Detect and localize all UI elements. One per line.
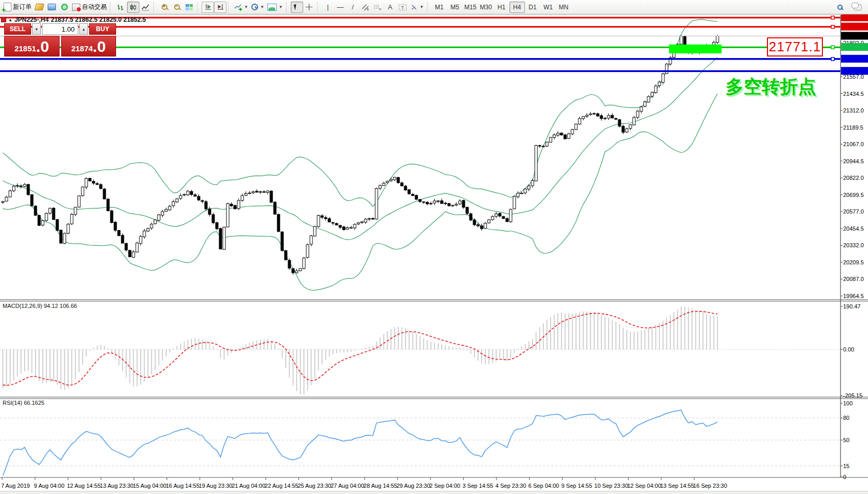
svg-text:28 Aug 14:55: 28 Aug 14:55 bbox=[364, 483, 397, 489]
crosshair-tool-button[interactable] bbox=[303, 2, 316, 13]
svg-text:80: 80 bbox=[843, 415, 849, 421]
chart-shift-button[interactable] bbox=[214, 2, 226, 13]
svg-text:12 Sep 04:00: 12 Sep 04:00 bbox=[627, 483, 661, 489]
price-badge bbox=[841, 32, 868, 40]
svg-text:13 Aug 23:30: 13 Aug 23:30 bbox=[100, 483, 134, 489]
line-chart-button[interactable] bbox=[139, 2, 152, 13]
buy-price-pips: .0 bbox=[93, 39, 106, 54]
zoom-in-button[interactable]: + bbox=[158, 2, 170, 13]
channel-icon: E bbox=[361, 4, 369, 11]
timeframe-h4-button[interactable]: H4 bbox=[509, 2, 525, 13]
macd-pane-label: MACD(12,26,9) 94.12 106.66 bbox=[3, 303, 77, 309]
line-handle[interactable] bbox=[831, 58, 834, 61]
toolbar-separator bbox=[317, 2, 320, 12]
chat-button[interactable] bbox=[851, 2, 864, 13]
line-handle[interactable] bbox=[831, 16, 834, 19]
text-label-tool-button[interactable]: T bbox=[396, 2, 409, 13]
tile-windows-button[interactable] bbox=[183, 2, 195, 13]
new-order-label: 新订单 bbox=[13, 3, 32, 11]
periods-button[interactable]: ▼ bbox=[250, 2, 266, 13]
turning-point-text[interactable]: 多空转折点 bbox=[725, 75, 816, 99]
new-order-button[interactable]: 新订单 bbox=[2, 2, 33, 13]
arrows-tool-button[interactable]: ▼ bbox=[409, 2, 425, 13]
trendline-icon: / bbox=[352, 4, 354, 10]
tile-windows-icon bbox=[186, 4, 193, 10]
svg-text:19964.5: 19964.5 bbox=[843, 293, 864, 299]
price-badge bbox=[841, 55, 868, 63]
timeframe-m15-button[interactable]: M15 bbox=[463, 2, 478, 13]
timeframe-w1-button[interactable]: W1 bbox=[540, 2, 556, 13]
highlight-rectangle[interactable] bbox=[669, 45, 722, 53]
chart-canvas[interactable]: 21802.021557.021434.521312.021189.521067… bbox=[0, 0, 868, 494]
vertical-line-tool-button[interactable]: | bbox=[322, 2, 334, 13]
sell-price-button[interactable]: 21851 .0 bbox=[4, 36, 60, 57]
price-callout-label[interactable]: 21771.1 bbox=[767, 37, 823, 57]
svg-text:20332.0: 20332.0 bbox=[843, 242, 864, 248]
vertical-line-icon: | bbox=[327, 4, 329, 10]
panel-collapse-icon[interactable]: ▲ bbox=[8, 18, 12, 22]
search-button[interactable] bbox=[834, 2, 846, 13]
text-tool-button[interactable]: A bbox=[384, 2, 396, 13]
svg-text:0.00: 0.00 bbox=[843, 346, 854, 352]
sell-price-pips: .0 bbox=[36, 39, 49, 54]
svg-text:50: 50 bbox=[843, 437, 849, 443]
svg-text:0: 0 bbox=[843, 474, 846, 480]
search-icon bbox=[837, 5, 843, 10]
svg-text:15 Aug 04:00: 15 Aug 04:00 bbox=[133, 483, 166, 489]
editor-icon bbox=[35, 4, 45, 10]
autotrading-button[interactable]: 自动交易 bbox=[70, 2, 108, 13]
toolbar-separator bbox=[110, 2, 113, 12]
timeframe-m30-button[interactable]: M30 bbox=[478, 2, 494, 13]
volume-increase-button[interactable]: ▲ bbox=[79, 23, 88, 35]
price-badge bbox=[841, 13, 868, 21]
svg-text:12 Aug 14:55: 12 Aug 14:55 bbox=[67, 483, 101, 489]
cursor-tool-button[interactable] bbox=[291, 2, 303, 13]
signal-button[interactable] bbox=[58, 2, 70, 13]
timeframe-mn-button[interactable]: MN bbox=[556, 2, 572, 13]
svg-text:20209.5: 20209.5 bbox=[843, 259, 864, 265]
svg-text:21067.0: 21067.0 bbox=[843, 141, 864, 147]
terminal-button[interactable] bbox=[46, 2, 58, 13]
timeframe-m1-button[interactable]: M1 bbox=[432, 2, 447, 13]
svg-text:F: F bbox=[379, 8, 381, 11]
svg-text:-205.15: -205.15 bbox=[843, 392, 862, 399]
timeframe-h1-button[interactable]: H1 bbox=[494, 2, 509, 13]
toolbar-separator bbox=[286, 2, 289, 12]
line-handle[interactable] bbox=[831, 25, 834, 29]
timeframe-d1-button[interactable]: D1 bbox=[525, 2, 540, 13]
line-handle[interactable] bbox=[831, 46, 834, 49]
chart-symbol-period: JPN225-,H4 bbox=[15, 16, 49, 23]
buy-price-button[interactable]: 21874 .0 bbox=[61, 36, 117, 57]
svg-text:6 Sep 04:00: 6 Sep 04:00 bbox=[529, 483, 559, 489]
trendline-tool-button[interactable]: / bbox=[347, 2, 359, 13]
svg-text:19 Aug 23:30: 19 Aug 23:30 bbox=[199, 483, 233, 489]
volume-input[interactable]: 1.00 bbox=[42, 23, 78, 35]
svg-text:20087.0: 20087.0 bbox=[843, 276, 864, 282]
main-toolbar: 新订单 自动交易 + − ▼ bbox=[0, 0, 868, 15]
bar-chart-button[interactable] bbox=[115, 2, 127, 13]
svg-text:16 Sep 23:30: 16 Sep 23:30 bbox=[693, 483, 727, 489]
indicators-button[interactable]: ▼ bbox=[233, 2, 250, 13]
svg-text:3 Sep 14:55: 3 Sep 14:55 bbox=[462, 483, 493, 489]
channel-tool-button[interactable]: E bbox=[359, 2, 372, 13]
svg-text:T: T bbox=[401, 5, 404, 10]
zoom-out-button[interactable]: − bbox=[170, 2, 183, 13]
rsi-pane-label: RSI(14) 66.1625 bbox=[3, 400, 45, 406]
signal-icon bbox=[61, 4, 68, 10]
buy-button[interactable]: BUY bbox=[89, 23, 116, 35]
horizontal-line-tool-button[interactable]: — bbox=[334, 2, 347, 13]
candlestick-chart-button[interactable] bbox=[127, 2, 139, 13]
timeframe-m5-button[interactable]: M5 bbox=[447, 2, 463, 13]
template-icon bbox=[267, 4, 277, 11]
template-button[interactable]: ▼ bbox=[266, 2, 284, 13]
volume-decrease-button[interactable]: ▼ bbox=[32, 23, 41, 35]
auto-scroll-button[interactable] bbox=[202, 2, 214, 13]
fibonacci-tool-button[interactable]: F bbox=[372, 2, 384, 13]
text-icon: A bbox=[388, 4, 392, 10]
sell-price: 21851 bbox=[15, 43, 36, 55]
candlestick-chart-icon bbox=[130, 4, 137, 11]
auto-scroll-icon bbox=[204, 4, 212, 10]
chevron-down-icon: ▼ bbox=[420, 5, 424, 9]
sell-button[interactable]: SELL bbox=[4, 23, 31, 35]
editor-button[interactable] bbox=[33, 2, 46, 13]
